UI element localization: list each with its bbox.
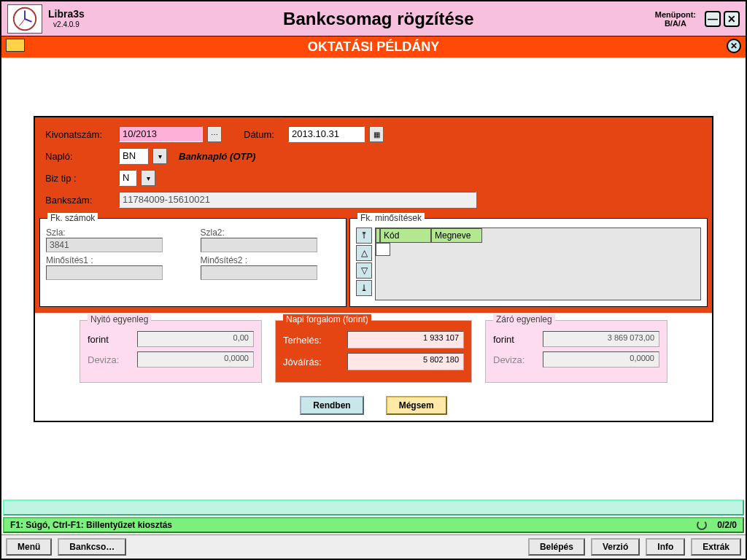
action-button-row: Rendben Mégsem [35, 390, 712, 421]
szla2-label: Szla2: [201, 228, 341, 238]
napi-box: Napi forgalom (forint) Terhelés: 1 933 1… [275, 320, 472, 383]
naplo-select[interactable]: BN [119, 148, 148, 164]
menu-button[interactable]: Menü [6, 538, 52, 556]
spinner-icon [697, 520, 707, 530]
col-kod[interactable]: Kód [380, 228, 431, 243]
min1-label: Minősítés1 : [46, 255, 186, 265]
balances-row: Nyitó egyenleg forint 0,00 Deviza: 0,000… [35, 313, 712, 390]
fk-szamok-panel: Fk. számok Szla: 3841 Szla2: Minősítés1 … [39, 218, 347, 307]
panels-row: Fk. számok Szla: 3841 Szla2: Minősítés1 … [35, 218, 712, 313]
bankszam-label: Bankszám: [45, 195, 115, 206]
help-hint: F1: Súgó, Ctrl-F1: Billentyűzet kiosztás [10, 520, 172, 530]
naplo-desc: Banknapló (OTP) [179, 151, 255, 162]
nyito-box: Nyitó egyenleg forint 0,00 Deviza: 0,000… [80, 320, 262, 383]
nyito-legend: Nyitó egyenleg [88, 314, 151, 324]
status-bar: F1: Súgó, Ctrl-F1: Billentyűzet kiosztás… [3, 517, 744, 533]
biztip-dropdown-button[interactable]: ▾ [141, 170, 155, 186]
verzio-button[interactable]: Verzió [591, 538, 640, 556]
nav-column: ⤒ △ ▽ ⤓ [356, 228, 372, 300]
clock-icon [7, 4, 42, 34]
terheles-label: Terhelés: [283, 335, 322, 346]
menu-code: B/A/A [655, 19, 696, 28]
biztip-label: Biz tip : [45, 173, 115, 184]
fk-min-table[interactable]: Kód Megneve [375, 228, 701, 300]
app-name: Libra3s [48, 8, 85, 20]
bankcso-button[interactable]: Bankcso… [58, 538, 126, 556]
main-area: Kivonatszám: 10/2013 ⋯ Dátum: 2013.10.31… [1, 58, 746, 499]
nav-down-button[interactable]: ▽ [356, 262, 372, 279]
kivonat-picker-button[interactable]: ⋯ [207, 126, 222, 142]
kivonat-label: Kivonatszám: [45, 129, 115, 140]
jovairas-label: Jóváírás: [283, 357, 322, 368]
naplo-dropdown-button[interactable]: ▾ [152, 148, 167, 164]
szla-field[interactable]: 3841 [46, 238, 163, 252]
extrak-button[interactable]: Extrák [691, 538, 741, 556]
min2-label: Minősítés2 : [201, 255, 341, 265]
szla-label: Szla: [46, 228, 186, 238]
zaro-box: Záró egyenleg forint 3 869 073,00 Deviza… [485, 320, 667, 383]
kivonat-input[interactable]: 10/2013 [119, 126, 203, 142]
min2-field[interactable] [201, 265, 317, 280]
min1-field[interactable] [46, 265, 163, 280]
cyan-strip [3, 499, 744, 516]
terheles-value[interactable]: 1 933 107 [347, 331, 464, 349]
szla2-field[interactable] [201, 238, 317, 252]
menu-code-block: Menüpont: B/A/A [655, 10, 696, 28]
naplo-label: Napló: [45, 151, 115, 162]
minimize-button[interactable]: — [705, 11, 721, 27]
banner-close-button[interactable]: ✕ [727, 39, 741, 53]
zaro-forint-label: forint [493, 334, 514, 345]
zaro-forint-value: 3 869 073,00 [543, 331, 659, 347]
biztip-select[interactable]: N [119, 170, 136, 186]
record-counter: 0/2/0 [717, 520, 737, 530]
menu-label: Menüpont: [655, 10, 696, 19]
page-title: Bankcsomag rögzítése [102, 9, 655, 29]
col-megnev[interactable]: Megneve [431, 228, 482, 243]
datum-label: Dátum: [244, 129, 284, 140]
form-shell: Kivonatszám: 10/2013 ⋯ Dátum: 2013.10.31… [34, 116, 713, 422]
bottom-toolbar: Menü Bankcso… Belépés Verzió Info Extrák [1, 534, 746, 559]
nav-bottom-button[interactable]: ⤓ [356, 280, 372, 296]
table-row[interactable] [376, 243, 390, 256]
nav-up-button[interactable]: △ [356, 245, 372, 261]
fk-szamok-legend: Fk. számok [47, 213, 98, 223]
belepes-button[interactable]: Belépés [528, 538, 585, 556]
zaro-deviza-value: 0,0000 [543, 351, 659, 368]
nyito-forint-value: 0,00 [137, 331, 254, 347]
calendar-button[interactable]: ▦ [369, 126, 384, 142]
zaro-deviza-label: Deviza: [493, 354, 525, 365]
nyito-deviza-value: 0,0000 [137, 351, 254, 368]
app-header: Libra3s v2.4.0.9 Bankcsomag rögzítése Me… [1, 1, 746, 36]
nyito-deviza-label: Deviza: [88, 354, 119, 365]
envelope-icon[interactable] [6, 39, 25, 52]
ok-button[interactable]: Rendben [300, 396, 363, 415]
nav-top-button[interactable]: ⤒ [356, 228, 372, 244]
top-form: Kivonatszám: 10/2013 ⋯ Dátum: 2013.10.31… [35, 117, 712, 218]
app-version: v2.4.0.9 [48, 20, 85, 29]
cancel-button[interactable]: Mégsem [386, 396, 447, 415]
fk-min-legend: Fk. minősítések [357, 213, 425, 223]
jovairas-value[interactable]: 5 802 180 [347, 353, 464, 370]
fk-minositesek-panel: Fk. minősítések ⤒ △ ▽ ⤓ Kód Megneve [349, 218, 708, 307]
info-button[interactable]: Info [646, 538, 685, 556]
app-title-block: Libra3s v2.4.0.9 [48, 8, 85, 29]
datum-input[interactable]: 2013.10.31 [288, 126, 365, 142]
napi-legend: Napi forgalom (forint) [283, 314, 371, 324]
bankszam-field: 11784009-15610021 [119, 192, 476, 208]
banner-text: OKTATÁSI PÉLDÁNY [308, 39, 439, 54]
zaro-legend: Záró egyenleg [493, 314, 555, 324]
training-banner: OKTATÁSI PÉLDÁNY ✕ [1, 36, 746, 58]
nyito-forint-label: forint [88, 334, 109, 345]
close-button[interactable]: ✕ [724, 11, 740, 27]
